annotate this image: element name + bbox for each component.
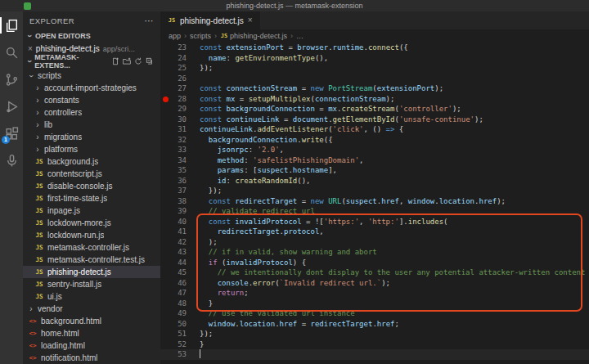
code-line-30[interactable]: 30const continueLink = document.getEleme…: [160, 115, 589, 125]
line-number-37[interactable]: 37: [160, 186, 190, 196]
tree-item-scripts[interactable]: ›scripts: [23, 70, 160, 82]
collapse-all-icon[interactable]: [146, 57, 154, 65]
source-control-activity-button[interactable]: [0, 71, 23, 88]
code-line-34[interactable]: 34 method: 'safelistPhishingDomain',: [160, 155, 589, 166]
line-number-48[interactable]: 48: [160, 299, 190, 309]
line-number-53[interactable]: 53: [160, 349, 190, 360]
line-number-25[interactable]: 25: [160, 63, 190, 74]
code-line-29[interactable]: 29const backgroundConnection = mx.create…: [160, 104, 589, 115]
breadcrumb-scripts[interactable]: scripts: [190, 32, 211, 40]
breadcrumb-…[interactable]: …: [296, 32, 303, 40]
code-line-38[interactable]: 38 const redirectTarget = new URL(suspec…: [160, 196, 589, 207]
line-number-27[interactable]: 27: [160, 83, 190, 94]
tree-item-vendor[interactable]: ›vendor: [23, 303, 160, 315]
line-number-29[interactable]: 29: [160, 104, 190, 115]
tree-item-inpage.js[interactable]: JSinpage.js: [23, 204, 160, 217]
tree-item-contentscript.js[interactable]: JScontentscript.js: [23, 168, 160, 180]
line-number-51[interactable]: 51: [160, 329, 190, 339]
code-line-35[interactable]: 35 params: [suspect.hostname],: [160, 165, 589, 176]
tree-item-ui.js[interactable]: JSui.js: [23, 290, 160, 303]
tree-item-disable-console.js[interactable]: JSdisable-console.js: [23, 180, 160, 192]
code-line-52[interactable]: 52}: [160, 339, 589, 350]
code-line-28[interactable]: 28const mx = setupMultiplex(connectionSt…: [160, 94, 589, 105]
tree-item-metamask-controller.js[interactable]: JSmetamask-controller.js: [23, 241, 160, 254]
code-line-25[interactable]: 25});: [160, 63, 589, 74]
line-number-47[interactable]: 47: [160, 288, 190, 299]
line-number-44[interactable]: 44: [160, 258, 190, 268]
code-line-48[interactable]: 48 }: [160, 299, 589, 309]
line-number-35[interactable]: 35: [160, 165, 190, 176]
code-line-32[interactable]: 32 backgroundConnection.write({: [160, 135, 589, 146]
line-number-26[interactable]: 26: [160, 74, 190, 84]
code-line-27[interactable]: 27const connectionStream = new PortStrea…: [160, 83, 589, 94]
tree-item-background.html[interactable]: <>background.html: [23, 315, 160, 327]
tree-item-controllers[interactable]: ›controllers: [23, 106, 160, 119]
code-editor[interactable]: 23const extensionPort = browser.runtime.…: [160, 43, 589, 364]
line-number-52[interactable]: 52: [160, 339, 190, 350]
code-line-51[interactable]: 51});: [160, 329, 589, 339]
tree-item-background.js[interactable]: JSbackground.js: [23, 155, 160, 168]
new-folder-icon[interactable]: [123, 57, 131, 65]
refresh-icon[interactable]: [134, 57, 142, 65]
tree-item-sentry-install.js[interactable]: JSsentry-install.js: [23, 278, 160, 290]
code-line-37[interactable]: 37 });: [160, 186, 589, 196]
tree-item-phishing-detect.js[interactable]: JSphishing-detect.js: [23, 266, 160, 278]
line-number-32[interactable]: 32: [160, 135, 190, 146]
code-line-50[interactable]: 50 window.location.href = redirectTarget…: [160, 319, 589, 330]
close-icon[interactable]: ×: [28, 45, 33, 53]
code-line-44[interactable]: 44 if (invalidProtocol) {: [160, 258, 589, 268]
line-number-33[interactable]: 33: [160, 145, 190, 155]
tree-item-metamask-controller.test.js[interactable]: JSmetamask-controller.test.js: [23, 254, 160, 266]
code-line-47[interactable]: 47 return;: [160, 288, 589, 299]
tab-close-icon[interactable]: ×: [248, 16, 253, 25]
tree-item-loading.html[interactable]: <>loading.html: [23, 339, 160, 352]
line-number-31[interactable]: 31: [160, 124, 190, 135]
code-line-53[interactable]: 53: [160, 349, 589, 360]
line-number-30[interactable]: 30: [160, 115, 190, 125]
open-editors-header[interactable]: › OPEN EDITORS: [23, 29, 160, 43]
tree-item-lib[interactable]: ›lib: [23, 119, 160, 131]
tree-item-constants[interactable]: ›constants: [23, 94, 160, 106]
tab-phishing-detect[interactable]: JS phishing-detect.js ×: [160, 11, 260, 29]
microphone-activity-button[interactable]: [0, 152, 23, 169]
extensions-activity-button[interactable]: 1: [0, 125, 23, 142]
breadcrumb-app[interactable]: app: [169, 32, 181, 40]
breadcrumb-phishing-detect.js[interactable]: JSphishing-detect.js: [220, 32, 287, 40]
code-line-42[interactable]: 42 );: [160, 237, 589, 248]
line-number-42[interactable]: 42: [160, 237, 190, 248]
line-number-50[interactable]: 50: [160, 319, 190, 330]
line-number-23[interactable]: 23: [160, 43, 190, 53]
tree-item-account-import-strategies[interactable]: ›account-import-strategies: [23, 82, 160, 94]
line-number-49[interactable]: 49: [160, 308, 190, 319]
code-line-40[interactable]: 40 const invalidProtocol = !['https:', '…: [160, 217, 589, 227]
explorer-activity-button[interactable]: [0, 17, 23, 34]
code-line-43[interactable]: 43 // if in valid, show warning and abor…: [160, 247, 589, 258]
tree-item-lockdown-run.js[interactable]: JSlockdown-run.js: [23, 229, 160, 241]
line-number-28[interactable]: 28: [160, 94, 190, 105]
tree-item-migrations[interactable]: ›migrations: [23, 131, 160, 143]
line-number-36[interactable]: 36: [160, 176, 190, 186]
more-actions-icon[interactable]: ⋯: [145, 16, 154, 25]
code-line-33[interactable]: 33 jsonrpc: '2.0',: [160, 145, 589, 155]
code-line-24[interactable]: 24 name: getEnvironmentType(),: [160, 53, 589, 64]
tree-item-home.html[interactable]: <>home.html: [23, 327, 160, 339]
workspace-header[interactable]: › METAMASK-EXTENS...: [23, 55, 160, 68]
breakpoint-icon[interactable]: [163, 97, 169, 102]
run-debug-activity-button[interactable]: [0, 98, 23, 115]
line-number-34[interactable]: 34: [160, 155, 190, 166]
line-number-24[interactable]: 24: [160, 53, 190, 64]
tree-item-platforms[interactable]: ›platforms: [23, 143, 160, 155]
new-file-icon[interactable]: [111, 57, 119, 65]
code-line-45[interactable]: 45 // we intentionally dont display to t…: [160, 267, 589, 278]
line-number-40[interactable]: 40: [160, 217, 190, 227]
line-number-38[interactable]: 38: [160, 196, 190, 207]
code-line-23[interactable]: 23const extensionPort = browser.runtime.…: [160, 43, 589, 53]
tree-item-first-time-state.js[interactable]: JSfirst-time-state.js: [23, 192, 160, 204]
code-line-26[interactable]: 26: [160, 74, 589, 84]
code-line-36[interactable]: 36 id: createRandomId(),: [160, 176, 589, 186]
line-number-45[interactable]: 45: [160, 267, 190, 278]
code-line-49[interactable]: 49 // use the validated url instance: [160, 308, 589, 319]
tree-item-lockdown-more.js[interactable]: JSlockdown-more.js: [23, 217, 160, 229]
line-number-39[interactable]: 39: [160, 206, 190, 217]
line-number-46[interactable]: 46: [160, 278, 190, 289]
